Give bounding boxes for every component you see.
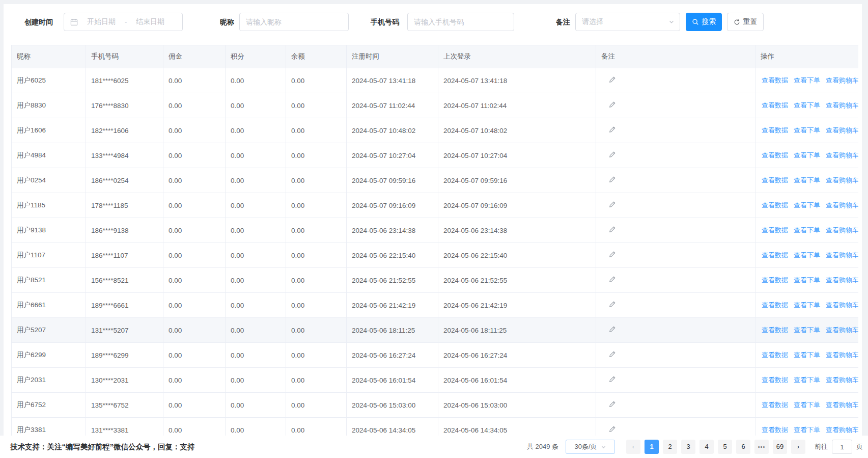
nickname-cell: 用户5207 — [17, 326, 46, 334]
page-button-69[interactable]: 69 — [773, 440, 787, 454]
view-cart-link[interactable]: 查看购物车 — [826, 226, 858, 234]
phone-input[interactable] — [407, 13, 514, 31]
phone-cell: 186****1107 — [91, 252, 128, 259]
view-cart-link[interactable]: 查看购物车 — [826, 326, 858, 334]
page-button-1[interactable]: 1 — [645, 440, 659, 454]
view-orders-link[interactable]: 查看下单 — [794, 176, 820, 184]
view-data-link[interactable]: 查看数据 — [762, 376, 788, 384]
view-data-link[interactable]: 查看数据 — [762, 401, 788, 409]
page-size-select[interactable]: 30条/页 — [566, 440, 615, 454]
commission-cell: 0.00 — [169, 202, 182, 209]
edit-remark-icon[interactable] — [608, 176, 616, 183]
nickname-input[interactable] — [239, 13, 349, 31]
view-cart-link[interactable]: 查看购物车 — [826, 151, 858, 159]
edit-remark-icon[interactable] — [608, 400, 616, 408]
edit-remark-icon[interactable] — [608, 151, 616, 158]
view-data-link[interactable]: 查看数据 — [762, 201, 788, 209]
table-header-row: 昵称手机号码佣金积分余额注册时间上次登录备注操作 — [12, 45, 859, 68]
view-cart-link[interactable]: 查看购物车 — [826, 201, 858, 209]
commission-cell: 0.00 — [169, 227, 182, 234]
view-data-link[interactable]: 查看数据 — [762, 301, 788, 309]
view-orders-link[interactable]: 查看下单 — [794, 251, 820, 259]
page-button-4[interactable]: 4 — [699, 440, 714, 454]
view-orders-link[interactable]: 查看下单 — [794, 301, 820, 309]
view-orders-link[interactable]: 查看下单 — [794, 376, 820, 384]
remark-select[interactable]: 请选择 — [575, 13, 680, 31]
commission-cell: 0.00 — [169, 401, 182, 409]
view-cart-link[interactable]: 查看购物车 — [826, 126, 858, 134]
page-button-6[interactable]: 6 — [736, 440, 750, 454]
pager-ellipsis[interactable]: ••• — [754, 440, 769, 454]
view-orders-link[interactable]: 查看下单 — [794, 401, 820, 409]
edit-remark-icon[interactable] — [608, 326, 616, 333]
users-table: 昵称手机号码佣金积分余额注册时间上次登录备注操作 用户6025181****60… — [11, 45, 858, 436]
view-data-link[interactable]: 查看数据 — [762, 101, 788, 109]
view-orders-link[interactable]: 查看下单 — [794, 101, 820, 109]
view-data-link[interactable]: 查看数据 — [762, 151, 788, 159]
page-background-strip-left — [0, 4, 4, 436]
register-time-cell: 2024-05-06 23:14:38 — [352, 227, 415, 234]
edit-remark-icon[interactable] — [608, 276, 616, 283]
edit-remark-icon[interactable] — [608, 351, 616, 358]
nickname-cell: 用户6299 — [17, 351, 46, 359]
reset-button[interactable]: 重置 — [727, 13, 764, 31]
phone-cell: 156****8521 — [91, 277, 129, 284]
page-button-3[interactable]: 3 — [681, 440, 695, 454]
next-page-button[interactable]: › — [791, 440, 805, 454]
view-cart-link[interactable]: 查看购物车 — [826, 351, 858, 359]
date-end-placeholder[interactable]: 结束日期 — [131, 17, 170, 26]
nickname-cell: 用户3381 — [17, 426, 46, 434]
page-button-5[interactable]: 5 — [718, 440, 732, 454]
view-data-link[interactable]: 查看数据 — [762, 426, 788, 434]
balance-cell: 0.00 — [291, 302, 304, 309]
column-header: 操作 — [755, 45, 859, 68]
commission-cell: 0.00 — [169, 376, 182, 384]
view-data-link[interactable]: 查看数据 — [762, 251, 788, 259]
view-orders-link[interactable]: 查看下单 — [794, 226, 820, 234]
edit-remark-icon[interactable] — [608, 201, 616, 208]
edit-remark-icon[interactable] — [608, 76, 616, 84]
view-cart-link[interactable]: 查看购物车 — [826, 76, 858, 84]
view-cart-link[interactable]: 查看购物车 — [826, 101, 858, 109]
view-orders-link[interactable]: 查看下单 — [794, 76, 820, 84]
edit-remark-icon[interactable] — [608, 101, 616, 109]
view-data-link[interactable]: 查看数据 — [762, 226, 788, 234]
view-cart-link[interactable]: 查看购物车 — [826, 176, 858, 184]
edit-remark-icon[interactable] — [608, 126, 616, 133]
view-data-link[interactable]: 查看数据 — [762, 351, 788, 359]
view-cart-link[interactable]: 查看购物车 — [826, 376, 858, 384]
page-button-2[interactable]: 2 — [663, 440, 677, 454]
view-data-link[interactable]: 查看数据 — [762, 126, 788, 134]
view-data-link[interactable]: 查看数据 — [762, 276, 788, 284]
phone-cell: 181****6025 — [91, 77, 129, 85]
edit-remark-icon[interactable] — [608, 425, 616, 433]
search-button[interactable]: 搜索 — [686, 13, 722, 31]
edit-remark-icon[interactable] — [608, 375, 616, 383]
pagination: 共 2049 条 30条/页 ‹ 123456•••69 › 前往 页 — [527, 440, 863, 454]
view-orders-link[interactable]: 查看下单 — [794, 201, 820, 209]
view-orders-link[interactable]: 查看下单 — [794, 126, 820, 134]
view-cart-link[interactable]: 查看购物车 — [826, 426, 858, 434]
prev-page-button[interactable]: ‹ — [626, 440, 640, 454]
view-orders-link[interactable]: 查看下单 — [794, 151, 820, 159]
view-orders-link[interactable]: 查看下单 — [794, 426, 820, 434]
edit-remark-icon[interactable] — [608, 251, 616, 258]
nickname-cell: 用户4984 — [17, 151, 46, 159]
view-data-link[interactable]: 查看数据 — [762, 326, 788, 334]
goto-page-input[interactable] — [832, 440, 852, 454]
view-cart-link[interactable]: 查看购物车 — [826, 301, 858, 309]
view-cart-link[interactable]: 查看购物车 — [826, 251, 858, 259]
create-time-range-picker[interactable]: 开始日期 - 结束日期 — [64, 13, 183, 31]
date-start-placeholder[interactable]: 开始日期 — [82, 17, 121, 26]
view-orders-link[interactable]: 查看下单 — [794, 276, 820, 284]
edit-remark-icon[interactable] — [608, 226, 616, 233]
view-data-link[interactable]: 查看数据 — [762, 176, 788, 184]
create-time-label: 创建时间 — [24, 13, 53, 31]
view-data-link[interactable]: 查看数据 — [762, 76, 788, 84]
view-cart-link[interactable]: 查看购物车 — [826, 401, 858, 409]
vertical-scrollbar-track[interactable] — [862, 4, 868, 436]
view-orders-link[interactable]: 查看下单 — [794, 351, 820, 359]
view-cart-link[interactable]: 查看购物车 — [826, 276, 858, 284]
view-orders-link[interactable]: 查看下单 — [794, 326, 820, 334]
edit-remark-icon[interactable] — [608, 301, 616, 308]
